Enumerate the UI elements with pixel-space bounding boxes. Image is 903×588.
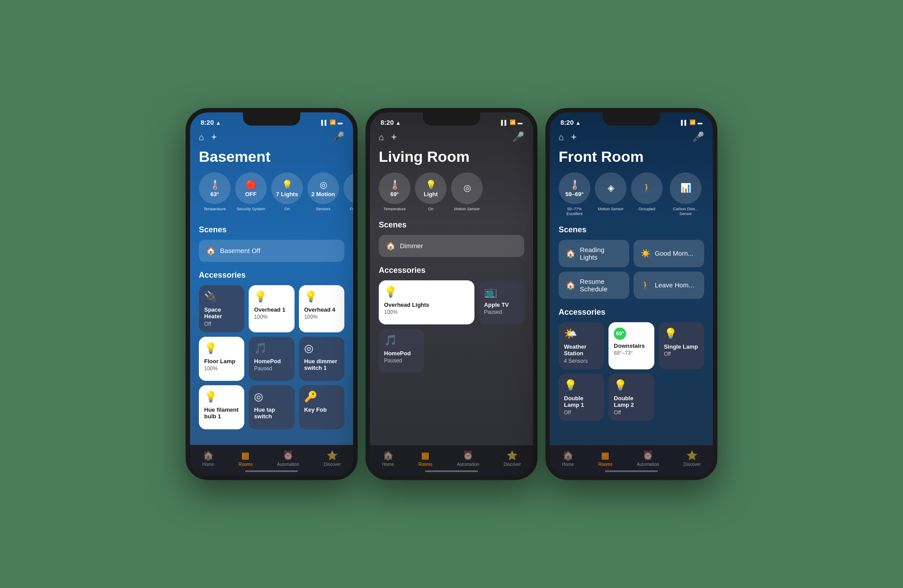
acc-tile-5[interactable]: ◎ Hue dimmer switch 1: [299, 337, 344, 381]
add-icon[interactable]: +: [211, 131, 217, 143]
status-tile-1[interactable]: 🔴 OFF: [235, 172, 267, 204]
status-tile-2[interactable]: ◎: [451, 172, 483, 204]
scene-btn-0[interactable]: 🏠 Basement Off: [199, 240, 344, 262]
acc-name-0: Overhead Lights: [384, 301, 469, 309]
audio-icon[interactable]: 🎤: [692, 131, 704, 143]
scene-btn-1[interactable]: ☀️ Good Morn...: [634, 240, 704, 267]
tab-item-discover[interactable]: ⭐ Discover: [504, 450, 521, 467]
status-tile-val-1: Light: [424, 191, 438, 197]
status-tile-label-0: Temperature: [384, 207, 406, 212]
acc-tile-0[interactable]: 🌤️ Weather Station 4 Sensors: [559, 322, 604, 369]
status-tile-2[interactable]: 💡 7 Lights: [271, 172, 303, 204]
tab-icon-3: ⭐: [687, 450, 698, 461]
acc-status-2: 100%: [304, 314, 339, 320]
status-tile-1[interactable]: 💡 Light: [415, 172, 447, 204]
acc-tile-4[interactable]: 💡 Double Lamp 2 Off: [608, 374, 654, 421]
acc-tile-6[interactable]: 💡 Hue filament bulb 1: [199, 385, 244, 429]
scene-label-0: Basement Off: [220, 247, 260, 254]
status-tile-3[interactable]: ◎ 2 Motion: [307, 172, 339, 204]
status-tile-0[interactable]: 🌡️ 63°: [199, 172, 231, 204]
content-area: ⌂ + 🎤 Living Room 🌡️ 69° Temperature 💡 L…: [370, 128, 533, 476]
status-tile-wrap-3: ◎ 2 Motion Sensors: [307, 172, 339, 216]
acc-tile-1[interactable]: 69° Downstairs 68°–73°: [608, 322, 654, 369]
status-tile-label-1: Motion Sensor: [598, 207, 623, 212]
tab-item-home[interactable]: 🏠 Home: [562, 450, 574, 467]
tab-item-home[interactable]: 🏠 Home: [202, 450, 214, 467]
acc-icon-7: ◎: [254, 391, 289, 403]
acc-tile-2[interactable]: 🎵 HomePod Paused: [379, 329, 424, 373]
tab-label-3: Discover: [504, 462, 521, 467]
status-tile-1[interactable]: ◈: [595, 172, 627, 204]
acc-tile-3[interactable]: 💡 Double Lamp 1 Off: [559, 374, 604, 421]
acc-tile-4[interactable]: 🎵 HomePod Paused: [249, 337, 294, 381]
audio-icon[interactable]: 🎤: [512, 131, 524, 143]
status-tile-3[interactable]: 📊: [670, 172, 702, 204]
status-tile-label-3: Sensors: [316, 207, 330, 212]
tab-item-rooms[interactable]: ▦ Rooms: [239, 450, 253, 467]
scene-btn-0[interactable]: 🏠 Dimmer: [379, 235, 524, 257]
acc-name-4: Double Lamp 2: [614, 395, 649, 409]
phones-container: 8:20 ▲ ▌▌ 📶 ▬ ⌂ + 🎤 Basement 🌡️ 63° Temp…: [186, 108, 717, 480]
acc-status-0: 100%: [384, 309, 469, 315]
scene-btn-2[interactable]: 🏠 Resume Schedule: [559, 272, 629, 299]
acc-status-1: 68°–73°: [614, 350, 649, 356]
tab-label-2: Automation: [637, 462, 659, 467]
acc-name-1: Apple TV: [484, 301, 519, 309]
tab-item-automation[interactable]: ⏰ Automation: [457, 450, 479, 467]
home-nav-icon[interactable]: ⌂: [199, 132, 204, 142]
acc-status-4: Off: [614, 409, 649, 416]
tab-item-home[interactable]: 🏠 Home: [382, 450, 394, 467]
scene-icon-0: 🏠: [566, 249, 575, 258]
scene-btn-0[interactable]: 🏠 Reading Lights: [559, 240, 629, 267]
phone-notch: [423, 112, 480, 126]
status-tile-val-3: 2 Motion: [311, 191, 335, 197]
tab-item-discover[interactable]: ⭐ Discover: [683, 450, 701, 467]
acc-tile-1[interactable]: 📺 Apple TV Paused: [479, 280, 524, 324]
audio-icon[interactable]: 🎤: [332, 131, 344, 143]
tab-icon-1: ▦: [601, 450, 609, 461]
acc-tile-8[interactable]: 🔑 Key Fob: [299, 385, 344, 429]
acc-tile-2[interactable]: 💡 Single Lamp Off: [659, 322, 704, 369]
scene-btn-3[interactable]: 🚶 Leave Hom...: [634, 272, 704, 299]
add-icon[interactable]: +: [391, 131, 397, 143]
acc-tile-1[interactable]: 💡 Overhead 1 100%: [249, 285, 294, 332]
tab-icon-2: ⏰: [463, 450, 474, 461]
status-tile-icon-3: 📊: [680, 182, 691, 193]
status-tile-wrap-1: 💡 Light On: [415, 172, 447, 212]
status-tile-icon-0: 🌡️: [569, 179, 580, 190]
status-tile-wrap-2: 💡 7 Lights On: [271, 172, 303, 216]
status-tile-icon-2: ◎: [463, 182, 471, 193]
tab-item-rooms[interactable]: ▦ Rooms: [598, 450, 612, 467]
status-tile-icon-3: ◎: [320, 179, 327, 190]
tab-item-automation[interactable]: ⏰ Automation: [637, 450, 659, 467]
status-tile-2[interactable]: 🚶: [631, 172, 663, 204]
acc-name-0: Weather Station: [564, 343, 599, 357]
content-area: ⌂ + 🎤 Basement 🌡️ 63° Temperature 🔴 OFF …: [190, 128, 353, 476]
acc-tile-2[interactable]: 💡 Overhead 4 100%: [299, 285, 344, 332]
acc-status-3: 100%: [204, 365, 239, 372]
tab-label-2: Automation: [277, 462, 299, 467]
acc-icon-6: 💡: [204, 391, 239, 403]
acc-icon-5: ◎: [304, 342, 339, 354]
tab-label-2: Automation: [457, 462, 479, 467]
add-icon[interactable]: +: [571, 131, 577, 143]
acc-name-5: Hue dimmer switch 1: [304, 358, 339, 372]
acc-tile-3[interactable]: 💡 Floor Lamp 100%: [199, 337, 244, 381]
status-tile-0[interactable]: 🌡️ 59–69°: [559, 172, 590, 204]
status-tile-icon-1: 🔴: [246, 179, 257, 190]
status-tile-val-0: 59–69°: [565, 191, 583, 197]
accessories-grid: 🔌 Space Heater Off 💡 Overhead 1 100% 💡 O…: [190, 285, 353, 438]
tab-item-rooms[interactable]: ▦ Rooms: [418, 450, 433, 467]
acc-tile-0[interactable]: 💡 Overhead Lights 100%: [379, 280, 474, 324]
acc-tile-7[interactable]: ◎ Hue tap switch: [249, 385, 294, 429]
acc-tile-0[interactable]: 🔌 Space Heater Off: [199, 285, 244, 332]
status-tile-label-0: 50–77% Excellent: [559, 207, 590, 216]
home-nav-icon[interactable]: ⌂: [379, 132, 384, 142]
status-tile-4[interactable]: 🚪: [343, 172, 353, 204]
scenes-grid: 🏠 Reading Lights ☀️ Good Morn... 🏠 Resum…: [550, 240, 713, 308]
status-tile-0[interactable]: 🌡️ 69°: [379, 172, 410, 204]
tab-item-automation[interactable]: ⏰ Automation: [277, 450, 299, 467]
home-nav-icon[interactable]: ⌂: [559, 132, 564, 142]
tab-item-discover[interactable]: ⭐ Discover: [324, 450, 341, 467]
wifi-icon: 📶: [330, 119, 336, 125]
